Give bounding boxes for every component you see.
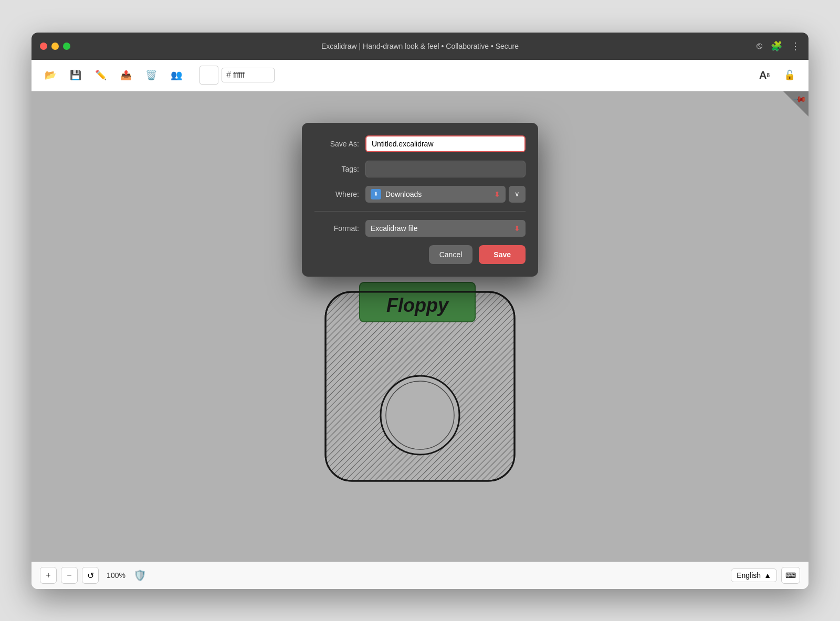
zoom-out-btn[interactable]: − [61,567,78,584]
tags-row: Tags: [314,161,526,177]
window-title: Excalidraw | Hand-drawn look & feel • Co… [321,42,519,50]
where-row: Where: ⬇ Downloads ⬍ ∨ [314,186,526,203]
format-arrows-icon: ⬍ [514,224,520,233]
format-row: Format: Excalidraw file ⬍ [314,220,526,237]
language-selector[interactable]: English ▲ [731,569,777,582]
save-as-row: Save As: [314,135,526,152]
maximize-button[interactable] [63,43,70,50]
tags-label: Tags: [314,165,359,173]
text-btn[interactable]: A8 [754,65,775,86]
where-expand-btn[interactable]: ∨ [509,186,526,203]
bottom-right: English ▲ ⌨ [731,567,800,584]
title-bar: Excalidraw | Hand-drawn look & feel • Co… [32,33,808,60]
cancel-button[interactable]: Cancel [429,245,473,264]
lock-btn[interactable]: 🔓 [779,65,800,86]
format-select[interactable]: Excalidraw file ⬍ [365,220,526,237]
save-dialog: Save As: Tags: Where: ⬇ [302,123,538,277]
zoom-in-btn[interactable]: + [40,567,57,584]
export-btn[interactable]: 📤 [116,65,136,86]
format-value: Excalidraw file [371,224,417,233]
language-arrow-icon: ▲ [764,571,771,580]
where-select[interactable]: ⬇ Downloads ⬍ [365,186,506,203]
open-folder-btn[interactable]: 📂 [40,65,61,86]
puzzle-icon[interactable]: 🧩 [771,40,782,52]
dialog-separator [314,211,526,212]
collaborators-btn[interactable]: 👥 [166,65,187,86]
bottom-bar: + − ↺ 100% 🛡️ English ▲ ⌨ [32,562,808,589]
toolbar: 📂 💾 ✏️ 📤 🗑️ 👥 # A8 🔓 [32,60,808,91]
modal-overlay: Save As: Tags: Where: ⬇ [32,91,808,562]
keyboard-btn[interactable]: ⌨ [781,567,800,584]
save-as-label: Save As: [314,140,359,148]
save-btn[interactable]: 💾 [65,65,86,86]
where-arrows-icon: ⬍ [494,190,500,198]
hash-label: # [226,70,231,80]
where-value: Downloads [385,190,422,198]
zoom-level: 100% [103,571,129,580]
app-window: Excalidraw | Hand-drawn look & feel • Co… [32,33,808,589]
color-swatch-area: # [200,66,275,85]
language-label: English [737,571,761,580]
color-swatch[interactable] [200,66,218,85]
format-label: Format: [314,224,359,233]
save-as-input[interactable] [365,135,526,152]
minimize-button[interactable] [51,43,59,50]
reset-zoom-btn[interactable]: ↺ [82,567,99,584]
edit-btn[interactable]: ✏️ [90,65,111,86]
where-container: ⬇ Downloads ⬍ ∨ [365,186,526,203]
tags-input[interactable] [365,161,526,177]
canvas-area[interactable]: 📌 [32,91,808,562]
save-button[interactable]: Save [479,245,526,264]
downloads-icon: ⬇ [371,189,381,199]
where-label: Where: [314,190,359,198]
shield-icon: 🛡️ [133,569,146,582]
delete-btn[interactable]: 🗑️ [141,65,162,86]
more-icon[interactable]: ⋮ [791,40,800,52]
close-button[interactable] [40,43,47,50]
color-input-box[interactable]: # [222,68,275,82]
title-bar-actions: ⎋ 🧩 ⋮ [757,40,800,52]
dialog-buttons: Cancel Save [314,245,526,264]
color-hex-input[interactable] [233,71,270,79]
share-icon[interactable]: ⎋ [757,40,762,51]
zoom-controls: + − ↺ 100% [40,567,129,584]
traffic-lights [40,43,70,50]
